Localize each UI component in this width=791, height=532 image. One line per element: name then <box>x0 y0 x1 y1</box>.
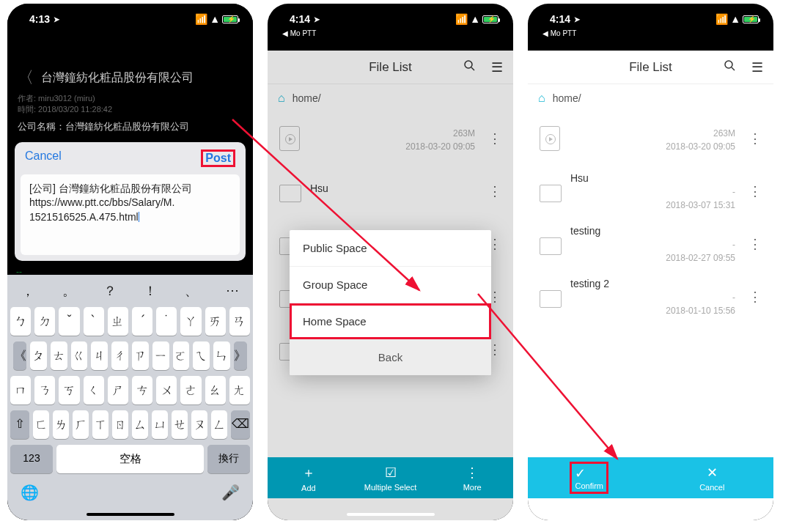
key-ㄟ[interactable]: ㄟ <box>193 341 210 370</box>
key-ㄨ[interactable]: ㄨ <box>156 376 177 404</box>
home-icon: ⌂ <box>538 92 545 105</box>
key-ㄜ[interactable]: ㄜ <box>180 376 201 404</box>
key-ˇ[interactable]: ˇ <box>59 307 79 336</box>
cancel-button[interactable]: Cancel <box>25 149 62 167</box>
key-ㄉ[interactable]: ㄉ <box>34 307 55 336</box>
svg-point-2 <box>725 61 732 68</box>
post-body-line: 公司名稱：台灣鐘紡化粧品股份有限公司 <box>7 116 253 138</box>
check-icon: ☑ <box>385 465 397 481</box>
file-row[interactable]: Hsu-2018-03-07 15:31⋮ <box>528 165 773 218</box>
mic-icon[interactable]: 🎤 <box>221 484 240 501</box>
key-ㄊ[interactable]: ㄊ <box>51 341 67 370</box>
key-ㄔ[interactable]: ㄔ <box>111 341 128 370</box>
key-ㄋ[interactable]: ㄋ <box>34 376 55 404</box>
menu-icon[interactable]: ☰ <box>751 59 763 75</box>
option-group-space[interactable]: Group Space <box>290 267 491 303</box>
bottom-toolbar: ✓Confirm ✕Cancel <box>528 457 773 498</box>
row-more-icon[interactable]: ⋮ <box>744 183 766 199</box>
key-ㄢ[interactable]: ㄢ <box>229 307 250 336</box>
key-ㄇ[interactable]: ㄇ <box>10 376 31 404</box>
home-indicator[interactable] <box>87 513 174 516</box>
key-ㄓ[interactable]: ㄓ <box>108 307 128 336</box>
key-ㄡ[interactable]: ㄡ <box>191 410 207 439</box>
key-ㄈ[interactable]: ㄈ <box>33 410 49 439</box>
key-ㄒ[interactable]: ㄒ <box>92 410 108 439</box>
file-row[interactable]: testing 2-2018-01-10 15:56⋮ <box>528 270 773 323</box>
signal-icon: 📶 <box>715 13 728 25</box>
post-author: 作者: miru3012 (miru) <box>7 93 253 104</box>
wifi-icon: ▲ <box>730 13 740 25</box>
key-》[interactable]: 》 <box>234 341 247 370</box>
file-date: 2018-03-20 09:05 <box>666 141 735 152</box>
key-ㄧ[interactable]: ㄧ <box>152 341 169 370</box>
back-icon[interactable]: 〈 <box>18 67 34 89</box>
option-home-space[interactable]: Home Space <box>290 303 491 339</box>
file-date: 2018-02-27 09:55 <box>666 253 735 263</box>
post-button[interactable]: Post <box>205 152 231 164</box>
back-to-app[interactable]: ◀ Mo PTT <box>528 29 773 37</box>
plus-icon: ＋ <box>302 464 315 481</box>
key-ㄐ[interactable]: ㄐ <box>91 341 108 370</box>
cancel-button[interactable]: ✕Cancel <box>651 457 774 498</box>
key-ㄣ[interactable]: ㄣ <box>213 341 230 370</box>
file-size: - <box>732 240 735 250</box>
key-ㄆ[interactable]: ㄆ <box>30 341 47 370</box>
key-ㄏ[interactable]: ㄏ <box>73 410 89 439</box>
key-space[interactable]: 空格 <box>56 445 204 473</box>
back-to-app[interactable]: ◀ Mo PTT <box>268 29 513 37</box>
key-˙[interactable]: ˙ <box>156 307 177 336</box>
keyboard-suggestions[interactable]: ， 。 ？ ！ 、 ⋯ <box>7 278 253 304</box>
key-ㄙ[interactable]: ㄙ <box>132 410 148 439</box>
key-ˋ[interactable]: ˋ <box>84 307 104 336</box>
key-ㄛ[interactable]: ㄛ <box>173 341 190 370</box>
signal-icon: 📶 <box>455 13 468 25</box>
option-public-space[interactable]: Public Space <box>290 230 491 267</box>
close-icon: ✕ <box>707 465 718 481</box>
key-ㄩ[interactable]: ㄩ <box>152 410 168 439</box>
key-backspace[interactable]: ⌫ <box>231 410 250 439</box>
status-bar: 4:14➤ 📶 ▲ ⚡ <box>528 4 773 32</box>
breadcrumb[interactable]: ⌂ home/ <box>528 84 773 112</box>
key-ˊ[interactable]: ˊ <box>132 307 152 336</box>
key-ㄌ[interactable]: ㄌ <box>53 410 69 439</box>
key-《[interactable]: 《 <box>13 341 26 370</box>
key-ㄞ[interactable]: ㄞ <box>205 307 226 336</box>
multi-select-button[interactable]: ☑Multiple Select <box>350 457 432 498</box>
search-icon[interactable] <box>724 59 735 75</box>
row-more-icon[interactable]: ⋮ <box>744 236 766 252</box>
key-ㄕ[interactable]: ㄕ <box>108 376 128 404</box>
more-button[interactable]: ⋮More <box>431 457 513 498</box>
key-ㄝ[interactable]: ㄝ <box>172 410 188 439</box>
battery-icon: ⚡ <box>743 15 759 23</box>
key-ㄠ[interactable]: ㄠ <box>205 376 226 404</box>
key-ㄥ[interactable]: ㄥ <box>211 410 227 439</box>
globe-icon[interactable]: 🌐 <box>21 484 39 501</box>
key-ㄍ[interactable]: ㄍ <box>71 341 88 370</box>
file-row[interactable]: 263M2018-03-20 09:05⋮ <box>528 112 773 165</box>
key-ㄎ[interactable]: ㄎ <box>59 376 79 404</box>
confirm-button[interactable]: ✓Confirm <box>528 457 651 498</box>
file-row[interactable]: testing-2018-02-27 09:55⋮ <box>528 218 773 270</box>
file-size: - <box>732 292 735 303</box>
signal-icon: 📶 <box>195 13 207 25</box>
phone-screen-1: 4:13➤ 📶 ▲ ⚡ 〈 台灣鐘紡化粧品股份有限公司 作者: miru3012… <box>7 4 253 520</box>
row-more-icon[interactable]: ⋮ <box>744 289 766 305</box>
keyboard[interactable]: ， 。 ？ ！ 、 ⋯ ㄅㄉˇˋㄓˊ˙ㄚㄞㄢ 《ㄆㄊㄍㄐㄔㄗㄧㄛㄟㄣ》 ㄇㄋㄎㄑ… <box>7 275 253 520</box>
key-123[interactable]: 123 <box>10 445 53 473</box>
key-shift[interactable]: ⇧ <box>10 410 29 439</box>
key-ㄗ[interactable]: ㄗ <box>132 341 149 370</box>
popup-back-button[interactable]: Back <box>290 339 491 375</box>
key-ㄖ[interactable]: ㄖ <box>112 410 128 439</box>
home-indicator[interactable] <box>607 513 695 516</box>
key-ㄘ[interactable]: ㄘ <box>132 376 152 404</box>
file-size: - <box>732 187 735 197</box>
key-return[interactable]: 換行 <box>207 445 250 473</box>
share-textarea[interactable]: [公司] 台灣鐘紡化粧品股份有限公司 https://www.ptt.cc/bb… <box>21 174 240 255</box>
key-ㄑ[interactable]: ㄑ <box>84 376 104 404</box>
key-ㄅ[interactable]: ㄅ <box>10 307 31 336</box>
home-indicator[interactable] <box>347 513 435 516</box>
key-ㄤ[interactable]: ㄤ <box>229 376 250 404</box>
add-button[interactable]: ＋Add <box>268 457 350 498</box>
key-ㄚ[interactable]: ㄚ <box>180 307 201 336</box>
row-more-icon[interactable]: ⋮ <box>744 130 766 147</box>
